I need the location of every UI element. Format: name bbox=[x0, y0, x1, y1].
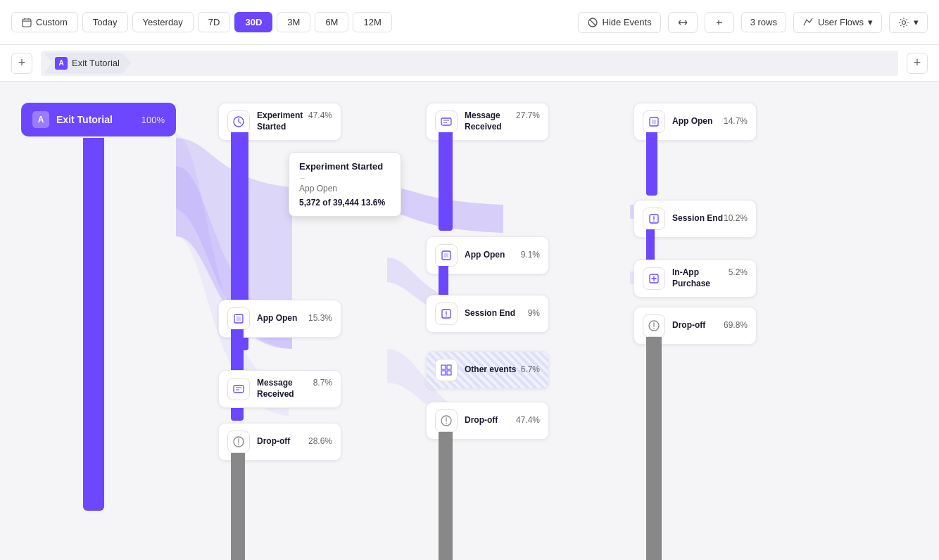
col2-dropoff-content: Drop-off 28.6% bbox=[257, 436, 332, 447]
col2-dropoff-bar bbox=[231, 453, 245, 560]
dropoff-icon-col4 bbox=[643, 314, 665, 337]
svg-rect-15 bbox=[447, 365, 451, 369]
svg-point-19 bbox=[446, 423, 447, 424]
7d-button[interactable]: 7D bbox=[198, 12, 231, 32]
svg-rect-17 bbox=[447, 371, 451, 375]
experiment-content: Experiment Started 47.4% bbox=[257, 110, 332, 132]
col4: App Open 14.7% Session End 10.2% bbox=[619, 96, 827, 560]
dropoff-icon-col3 bbox=[435, 409, 458, 432]
col3-sessionend-node[interactable]: Session End 9% bbox=[426, 295, 549, 333]
message-icon-col2 bbox=[227, 378, 250, 400]
col3-dropoff-content: Drop-off 47.4% bbox=[465, 415, 540, 426]
session-end-icon-col4 bbox=[643, 208, 665, 230]
svg-line-5 bbox=[590, 20, 595, 25]
svg-point-24 bbox=[653, 328, 655, 329]
col4-dropoff-bar bbox=[646, 337, 662, 560]
col4-iap-node[interactable]: In-App Purchase 5.2% bbox=[634, 260, 757, 298]
svg-rect-11 bbox=[441, 118, 451, 125]
col2-app-open-content: App Open 15.3% bbox=[257, 313, 332, 324]
col3-other-events-node[interactable]: Other events 6.7% bbox=[426, 351, 549, 389]
dropoff-icon-col2 bbox=[227, 431, 250, 453]
compress-arrows-button[interactable] bbox=[705, 12, 734, 33]
yesterday-button[interactable]: Yesterday bbox=[132, 12, 194, 32]
time-filters: Custom Today Yesterday 7D 30D 3M 6M 12M bbox=[11, 12, 392, 32]
tooltip: Experiment Started ··· App Open 5,372 of… bbox=[289, 152, 401, 217]
30d-button[interactable]: 30D bbox=[234, 12, 272, 32]
col1-bar bbox=[83, 138, 104, 511]
flow-columns: A Exit Tutorial 100% Experiment Started … bbox=[14, 96, 901, 560]
custom-button[interactable]: Custom bbox=[11, 12, 78, 32]
exit-tutorial-node[interactable]: A Exit Tutorial 100% bbox=[21, 103, 176, 136]
app-open-icon-col4 bbox=[643, 110, 665, 133]
col3-other-content: Other events 6.7% bbox=[465, 364, 540, 376]
expand-arrows-button[interactable] bbox=[668, 12, 698, 33]
12m-button[interactable]: 12M bbox=[353, 12, 391, 32]
col4-session-content: Session End 10.2% bbox=[672, 213, 748, 224]
col4-iap-content: In-App Purchase 5.2% bbox=[672, 267, 748, 289]
experiment-icon bbox=[227, 110, 250, 133]
col3-appopen-content: App Open 9.1% bbox=[465, 250, 540, 261]
header-actions: Hide Events 3 rows User Flows ▾ ▾ bbox=[578, 12, 928, 33]
breadcrumb-inner: A Exit Tutorial bbox=[41, 51, 898, 76]
hide-events-button[interactable]: Hide Events bbox=[578, 12, 661, 33]
col3: Message Received 27.7% App Open 9.1% bbox=[412, 96, 619, 560]
app-open-icon-col2 bbox=[227, 307, 250, 330]
col1: A Exit Tutorial 100% bbox=[14, 96, 204, 560]
app-open-icon-col3 bbox=[435, 244, 458, 267]
other-events-icon bbox=[435, 359, 458, 381]
col2-message-content: Message Received 8.7% bbox=[257, 378, 332, 400]
svg-rect-9 bbox=[234, 386, 244, 393]
col3-msg-bar bbox=[439, 132, 453, 231]
svg-rect-14 bbox=[441, 365, 446, 369]
svg-rect-0 bbox=[23, 19, 31, 27]
col4-dropoff-content: Drop-off 69.8% bbox=[672, 320, 748, 331]
flow-area: A Exit Tutorial 100% Experiment Started … bbox=[0, 82, 939, 560]
iap-icon bbox=[643, 267, 665, 290]
session-end-icon-col3 bbox=[435, 303, 458, 325]
rows-button[interactable]: 3 rows bbox=[741, 12, 786, 32]
col3-session-content: Session End 9% bbox=[465, 308, 540, 319]
add-step-right-button[interactable]: + bbox=[907, 53, 928, 74]
col4-appopen-content: App Open 14.7% bbox=[672, 116, 748, 127]
message-icon-col3 bbox=[435, 110, 458, 133]
svg-point-6 bbox=[902, 20, 906, 24]
col2: Experiment Started 47.4% Experiment Star… bbox=[204, 96, 412, 560]
breadcrumb-bar: + A Exit Tutorial + bbox=[0, 45, 939, 82]
user-flows-button[interactable]: User Flows ▾ bbox=[793, 12, 882, 33]
col2-message-node[interactable]: Message Received 8.7% bbox=[218, 370, 341, 408]
header: Custom Today Yesterday 7D 30D 3M 6M 12M … bbox=[0, 0, 939, 45]
col3-message-content: Message Received 27.7% bbox=[465, 110, 540, 132]
3m-button[interactable]: 3M bbox=[277, 12, 310, 32]
breadcrumb-step[interactable]: A Exit Tutorial bbox=[44, 53, 131, 74]
today-button[interactable]: Today bbox=[82, 12, 128, 32]
settings-button[interactable]: ▾ bbox=[889, 12, 928, 33]
col4-appopen-bar bbox=[646, 132, 657, 196]
add-step-left-button[interactable]: + bbox=[11, 53, 32, 74]
step-icon: A bbox=[55, 57, 68, 70]
col3-dropoff-bar bbox=[439, 432, 453, 560]
svg-rect-16 bbox=[441, 371, 446, 375]
step-letter-a: A bbox=[32, 111, 49, 128]
6m-button[interactable]: 6M bbox=[315, 12, 348, 32]
